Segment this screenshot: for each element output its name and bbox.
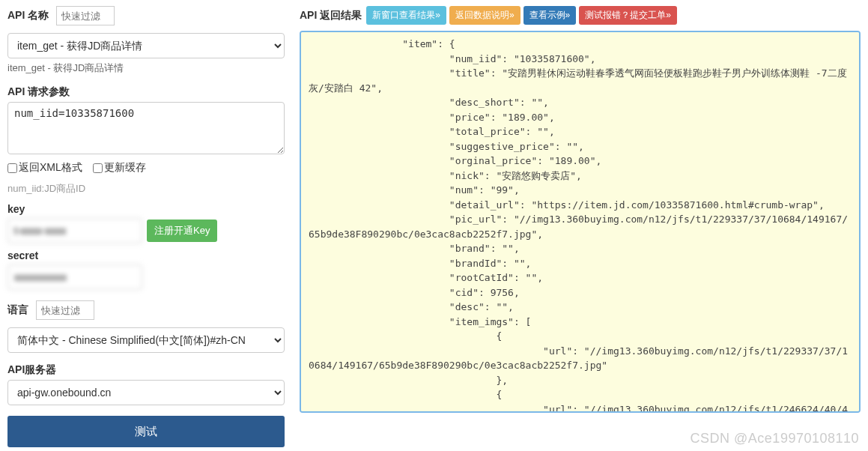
example-button[interactable]: 查看示例» (523, 6, 577, 25)
chk-xml[interactable]: 返回XML格式 (7, 161, 82, 175)
chk-cache[interactable]: 更新缓存 (93, 161, 146, 175)
param-help: num_iid:JD商品ID (7, 182, 285, 196)
req-params-input[interactable] (7, 102, 285, 154)
test-button[interactable]: 测试 (7, 416, 285, 447)
lang-select[interactable]: 简体中文 - Chinese Simplified(中文[简体])#zh-CN (7, 327, 285, 353)
req-params-label: API 请求参数 (7, 85, 285, 99)
api-select[interactable]: item_get - 获得JD商品详情 (7, 33, 285, 58)
server-label: API服务器 (7, 363, 285, 377)
data-desc-button[interactable]: 返回数据说明» (449, 6, 521, 25)
secret-label: secret (7, 249, 285, 261)
new-window-button[interactable]: 新窗口查看结果» (366, 6, 446, 25)
key-input[interactable] (7, 218, 142, 243)
api-selected-text: item_get - 获得JD商品详情 (7, 61, 285, 75)
lang-label: 语言 (7, 303, 28, 317)
report-button[interactable]: 测试报错？提交工单» (579, 6, 677, 25)
result-output[interactable]: "item": { "num_iid": "10335871600", "tit… (300, 31, 861, 413)
chk-cache-box[interactable] (93, 163, 103, 173)
register-key-button[interactable]: 注册开通Key (147, 220, 217, 242)
api-name-label: API 名称 (7, 9, 49, 22)
chk-xml-box[interactable] (7, 163, 17, 173)
api-name-filter[interactable] (56, 6, 115, 25)
lang-filter[interactable] (36, 300, 94, 320)
secret-input[interactable] (7, 264, 142, 290)
server-select[interactable]: api-gw.onebound.cn (7, 380, 285, 405)
result-title: API 返回结果 (300, 9, 362, 22)
key-label: key (7, 203, 285, 215)
